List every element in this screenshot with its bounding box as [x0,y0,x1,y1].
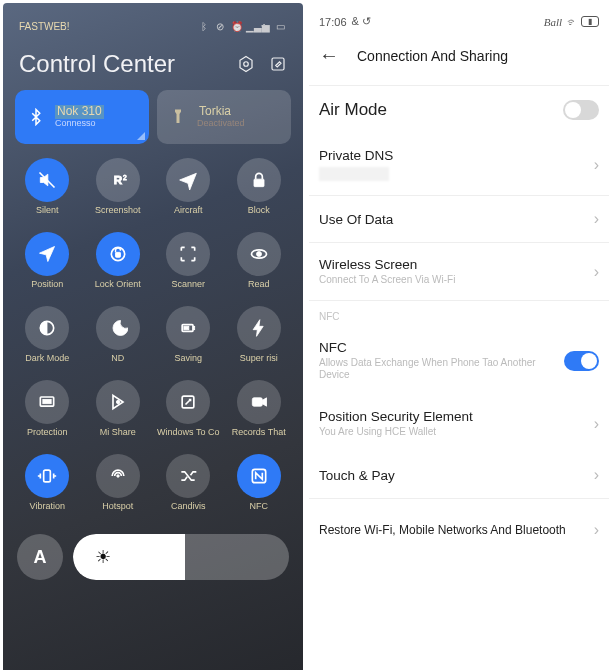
bluetooth-tile-label: Nok 310 [55,105,104,118]
eye-icon [249,244,269,264]
edit-icon[interactable] [269,55,287,73]
super-saver-icon [249,318,269,338]
nfc-switch[interactable] [564,351,599,371]
font-size-button[interactable]: A [17,534,63,580]
toggle-circle [25,380,69,424]
toggle-circle [166,232,210,276]
svg-rect-16 [43,400,51,404]
toggle-label: Screenshot [95,206,141,226]
flashlight-tile-sub: Deactivated [197,119,245,129]
nfc-row[interactable]: NFC Allows Data Exchange When Phone Tao … [317,326,601,395]
record-toggle[interactable]: Records That [227,380,292,448]
toggle-label: NFC [250,502,269,522]
shuffle-toggle[interactable]: Candivis [156,454,221,522]
nfc-label: NFC [319,340,564,355]
flashlight-tile-label: Torkia [197,105,245,118]
svg-rect-8 [115,252,120,257]
use-of-data-label: Use Of Data [319,212,393,227]
wireless-screen-row[interactable]: Wireless Screen Connect To A Screen Via … [317,243,601,300]
cast-toggle[interactable]: Protection [15,380,80,448]
touch-pay-row[interactable]: Touch & Pay › [317,452,601,498]
page-title: Control Center [19,50,175,78]
svg-point-17 [116,400,119,403]
use-of-data-row[interactable]: Use Of Data › [317,196,601,242]
silent-toggle[interactable]: Silent [15,158,80,226]
brightness-slider[interactable]: ☀ [73,534,289,580]
lock-toggle[interactable]: Block [227,158,292,226]
nfc-section-label: NFC [317,301,601,326]
toggle-label: Super risi [240,354,278,374]
dark-mode-toggle[interactable]: Dark Mode [15,306,80,374]
toggle-label: Dark Mode [25,354,69,374]
alarm-status-icon: ⏰ [231,21,242,32]
restore-label: Restore Wi-Fi, Mobile Networks And Bluet… [319,523,566,537]
shuffle-icon [178,466,198,486]
wireless-screen-desc: Connect To A Screen Via Wi-Fi [319,274,455,286]
security-element-desc: You Are Using HCE Wallet [319,426,473,438]
bluetooth-icon [27,108,45,126]
silent-icon [37,170,57,190]
dnd-toggle[interactable]: ND [86,306,151,374]
hotspot-toggle[interactable]: Hotspot [86,454,151,522]
dnd-status-icon: ⊘ [216,21,227,32]
eye-toggle[interactable]: Read [227,232,292,300]
toggle-label: Records That [232,428,286,448]
security-element-row[interactable]: Position Security Element You Are Using … [317,395,601,452]
super-saver-toggle[interactable]: Super risi [227,306,292,374]
windows-toggle[interactable]: Windows To Co [156,380,221,448]
toggle-label: Hotspot [102,502,133,522]
vibration-toggle[interactable]: Vibration [15,454,80,522]
toggle-label: Scanner [171,280,205,300]
windows-icon [178,392,198,412]
battery-status-icon: ▭ [276,21,287,32]
lock-orient-icon [108,244,128,264]
scanner-toggle[interactable]: Scanner [156,232,221,300]
nfc-toggle[interactable]: NFC [227,454,292,522]
dnd-icon [108,318,128,338]
private-dns-label: Private DNS [319,148,393,163]
private-dns-row[interactable]: Private DNS › [317,134,601,195]
mishare-toggle[interactable]: Mi Share [86,380,151,448]
svg-rect-14 [184,326,189,329]
security-element-label: Position Security Element [319,409,473,424]
lock-orient-toggle[interactable]: Lock Orient [86,232,151,300]
toggle-circle [96,380,140,424]
air-mode-switch[interactable] [563,100,599,120]
toggle-circle [25,454,69,498]
airplane-toggle[interactable]: Aircraft [156,158,221,226]
wireless-screen-label: Wireless Screen [319,257,455,272]
hotspot-icon [108,466,128,486]
settings-icon[interactable] [237,55,255,73]
chevron-right-icon: › [594,210,599,228]
toggle-label: Position [31,280,63,300]
quick-toggle-grid: SilentR2ScreenshotAircraftBlockPositionL… [13,158,293,522]
flashlight-tile[interactable]: Torkia Deactivated [157,90,291,144]
toggle-circle [25,306,69,350]
restore-row[interactable]: Restore Wi-Fi, Mobile Networks And Bluet… [317,499,601,553]
location-toggle[interactable]: Position [15,232,80,300]
bluetooth-tile[interactable]: Nok 310 Connesso [15,90,149,144]
toggle-label: Block [248,206,270,226]
battery-saver-toggle[interactable]: Saving [156,306,221,374]
wifi-status-icon: ᯤ [261,21,272,32]
air-mode-row[interactable]: Air Mode [317,86,601,134]
toggle-circle [237,380,281,424]
bluetooth-status-icon: ᛒ [201,21,212,32]
toggle-circle [96,232,140,276]
touch-pay-label: Touch & Pay [319,468,395,483]
toggle-circle [25,158,69,202]
back-button[interactable]: ← [319,44,339,67]
toggle-label: Candivis [171,502,206,522]
lock-icon [249,170,269,190]
toggle-label: Silent [36,206,59,226]
toggle-label: Read [248,280,270,300]
airplane-icon [178,170,198,190]
toggle-circle [96,306,140,350]
toggle-circle [25,232,69,276]
svg-rect-6 [254,179,264,187]
mishare-icon [108,392,128,412]
toggle-label: Saving [174,354,202,374]
screenshot-toggle[interactable]: R2Screenshot [86,158,151,226]
chevron-right-icon: › [594,156,599,174]
signal-status-icon: ▁▃▅ [246,21,257,32]
